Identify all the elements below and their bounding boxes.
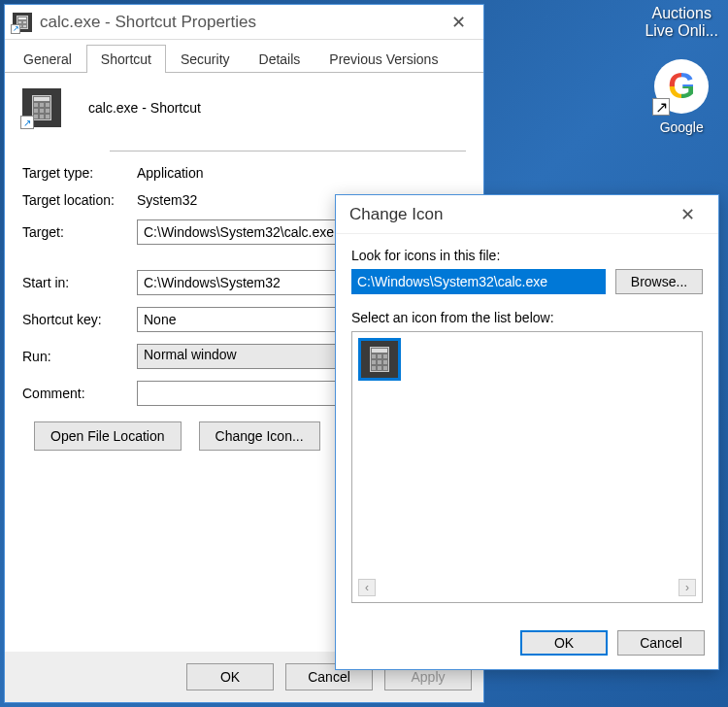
tab-general[interactable]: General (9, 45, 86, 73)
window-title: calc.exe - Shortcut Properties (40, 13, 442, 32)
dialog-close-button[interactable]: ✕ (671, 200, 705, 229)
shortcut-overlay-icon: ↗ (652, 98, 670, 116)
value-target-type: Application (137, 165, 466, 181)
browse-button[interactable]: Browse... (615, 269, 703, 294)
google-shortcut-icon[interactable]: G ↗ (654, 59, 709, 114)
select-icon-label: Select an icon from the list below: (351, 310, 703, 325)
google-shortcut-label[interactable]: Google (660, 119, 704, 135)
dialog-cancel-button[interactable]: Cancel (617, 630, 705, 656)
change-icon-dialog: Change Icon ✕ Look for icons in this fil… (335, 194, 719, 670)
label-start-in: Start in: (22, 275, 137, 290)
look-for-icons-label: Look for icons in this file: (351, 248, 703, 263)
label-target: Target: (22, 224, 137, 240)
desktop-shortcut-label-2[interactable]: Live Onli... (645, 22, 718, 40)
ok-button[interactable]: OK (186, 663, 274, 690)
tab-security[interactable]: Security (166, 45, 245, 73)
shortcut-arrow-icon: ↗ (11, 24, 20, 34)
label-run: Run: (22, 349, 137, 364)
tab-strip: General Shortcut Security Details Previo… (5, 44, 483, 73)
desktop-shortcut-label[interactable]: Auctions (652, 5, 711, 22)
tab-previous-versions[interactable]: Previous Versions (314, 45, 452, 73)
icon-path-input[interactable] (351, 269, 606, 294)
label-target-location: Target location: (22, 192, 137, 208)
file-icon: ↗ (22, 88, 61, 127)
dialog-button-bar: OK Cancel (336, 617, 718, 669)
scroll-left-icon[interactable]: ‹ (358, 579, 376, 596)
dialog-titlebar[interactable]: Change Icon ✕ (336, 195, 718, 234)
desktop-shortcut-area: Auctions Live Onli... G ↗ Google (645, 5, 718, 135)
horizontal-scrollbar[interactable]: ‹ › (358, 579, 696, 596)
close-button[interactable]: ✕ (442, 8, 476, 37)
change-icon-button[interactable]: Change Icon... (199, 421, 320, 451)
icon-option-selected[interactable] (358, 338, 401, 381)
scroll-right-icon[interactable]: › (678, 579, 696, 596)
shortcut-arrow-icon: ↗ (20, 116, 34, 129)
tab-shortcut[interactable]: Shortcut (86, 45, 166, 73)
tab-details[interactable]: Details (245, 45, 315, 73)
icon-list[interactable]: ‹ › (351, 331, 703, 603)
titlebar[interactable]: ↗ calc.exe - Shortcut Properties ✕ (5, 5, 483, 40)
dialog-ok-button[interactable]: OK (520, 630, 608, 656)
label-target-type: Target type: (22, 165, 137, 181)
label-comment: Comment: (22, 386, 137, 401)
file-name: calc.exe - Shortcut (88, 100, 201, 116)
label-shortcut-key: Shortcut key: (22, 312, 137, 327)
dialog-title: Change Icon (349, 205, 671, 224)
open-file-location-button[interactable]: Open File Location (34, 421, 182, 451)
titlebar-app-icon: ↗ (13, 13, 32, 32)
